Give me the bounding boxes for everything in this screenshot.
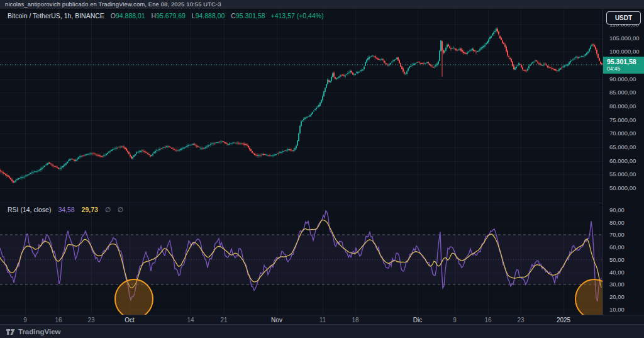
symbol-legend[interactable]: Bitcoin / TetherUS, 1h, BINANCE O94.888,… bbox=[8, 12, 324, 20]
time-tick-label: 18 bbox=[352, 316, 358, 324]
time-tick-label: 23 bbox=[87, 316, 94, 324]
open-label: O bbox=[111, 12, 116, 20]
rsi-canvas[interactable] bbox=[0, 203, 602, 315]
rsi-tick-label: 30,00 bbox=[609, 281, 625, 288]
time-tick-label: 2025 bbox=[557, 316, 570, 324]
rsi-tick-label: 10,00 bbox=[609, 306, 625, 313]
close-label: C bbox=[231, 12, 236, 20]
time-tick-label: Nov bbox=[271, 316, 282, 324]
time-tick-label: 9 bbox=[23, 316, 27, 324]
rsi-tick-label: 90,00 bbox=[609, 206, 625, 214]
symbol-title[interactable]: Bitcoin / TetherUS, 1h, BINANCE bbox=[8, 12, 104, 20]
rsi-tick-label: 50,00 bbox=[609, 256, 625, 264]
price-tick-label: 100.000,00 bbox=[609, 48, 640, 55]
tradingview-logo-text: TradingView bbox=[18, 328, 61, 335]
rsi-pane[interactable]: RSI (14, close) 34,58 29,73 ∅ ∅ bbox=[0, 203, 602, 315]
tradingview-logo-icon bbox=[6, 327, 15, 336]
time-tick-label: Oct bbox=[125, 316, 135, 324]
price-tick-label: 75.000,00 bbox=[609, 116, 636, 124]
price-axis[interactable]: USDT 110.000,00105.000,00100.000,0095.00… bbox=[602, 9, 644, 315]
rsi-tick-label: 20,00 bbox=[609, 293, 625, 301]
tradingview-logo[interactable]: TradingView bbox=[6, 327, 61, 336]
price-tick-label: 70.000,00 bbox=[609, 130, 636, 137]
change-value: +413,57 (+0,44%) bbox=[271, 12, 324, 20]
time-tick-label: 21 bbox=[220, 316, 227, 324]
time-tick-label: 16 bbox=[55, 316, 62, 324]
rsi-tick-label: 60,00 bbox=[609, 244, 625, 251]
currency-toggle-button[interactable]: USDT bbox=[606, 11, 641, 25]
low-value: 94.888,00 bbox=[196, 12, 225, 20]
last-price-badge[interactable]: 95.301,58 04:45 bbox=[603, 57, 644, 74]
price-tick-label: 90.000,00 bbox=[609, 76, 636, 83]
publication-text: nicolas_antiporovich publicado en Tradin… bbox=[5, 1, 221, 8]
bar-countdown: 04:45 bbox=[607, 65, 644, 72]
time-tick-label: 16 bbox=[484, 316, 491, 324]
price-pane[interactable]: Bitcoin / TetherUS, 1h, BINANCE O94.888,… bbox=[0, 9, 602, 203]
price-tick-label: 50.000,00 bbox=[609, 184, 636, 192]
open-value: 94.888,01 bbox=[116, 12, 145, 20]
rsi-ma-value: 29,73 bbox=[82, 206, 98, 213]
candlestick-canvas[interactable] bbox=[0, 9, 602, 203]
price-tick-label: 65.000,00 bbox=[609, 144, 636, 151]
rsi-tick-label: 80,00 bbox=[609, 219, 625, 227]
close-value: 95.301,58 bbox=[236, 12, 265, 20]
price-tick-label: 105.000,00 bbox=[609, 35, 640, 42]
rsi-tick-label: 70,00 bbox=[609, 231, 625, 239]
rsi-empty-values: ∅ ∅ bbox=[105, 206, 126, 213]
price-tick-label: 85.000,00 bbox=[609, 89, 636, 96]
price-tick-label: 55.000,00 bbox=[609, 171, 636, 178]
time-axis[interactable]: 91623Oct1421Nov1118Dic916232025 bbox=[0, 315, 644, 324]
time-tick-label: 14 bbox=[187, 316, 194, 324]
rsi-value: 34,58 bbox=[58, 206, 74, 213]
rsi-tick-label: 40,00 bbox=[609, 269, 625, 276]
publication-bar: nicolas_antiporovich publicado en Tradin… bbox=[0, 0, 644, 9]
time-tick-label: 9 bbox=[453, 316, 457, 324]
price-tick-label: 60.000,00 bbox=[609, 157, 636, 165]
rsi-title[interactable]: RSI (14, close) bbox=[8, 206, 51, 213]
high-value: 95.679,69 bbox=[156, 12, 186, 20]
rsi-legend[interactable]: RSI (14, close) 34,58 29,73 ∅ ∅ bbox=[8, 206, 126, 213]
last-price-value: 95.301,58 bbox=[607, 58, 644, 65]
time-tick-label: 23 bbox=[517, 316, 524, 324]
time-tick-label: 11 bbox=[319, 316, 326, 324]
price-tick-label: 80.000,00 bbox=[609, 103, 636, 110]
footer-bar: TradingView bbox=[0, 324, 644, 338]
time-tick-label: Dic bbox=[413, 316, 422, 324]
